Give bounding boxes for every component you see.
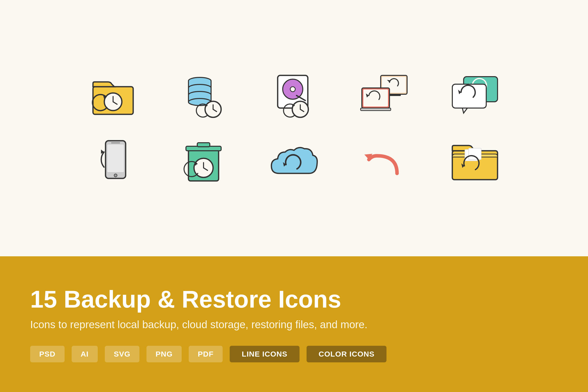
trash-backup-icon	[178, 136, 229, 186]
tags-row: PSD AI SVG PNG PDF LINE ICONS COLOR ICON…	[30, 346, 558, 362]
folder-restore-icon	[450, 136, 500, 186]
tag-svg[interactable]: SVG	[105, 346, 139, 362]
chat-restore-icon	[450, 70, 500, 121]
tag-color-icons[interactable]: COLOR ICONS	[307, 346, 387, 362]
tag-line-icons[interactable]: LINE ICONS	[230, 346, 300, 362]
svg-rect-47	[111, 142, 120, 143]
main-title: 15 Backup & Restore Icons	[30, 286, 558, 313]
svg-rect-51	[197, 143, 210, 147]
folder-backup-icon	[88, 70, 138, 121]
disk-backup-icon	[269, 70, 319, 121]
svg-rect-60	[469, 148, 481, 160]
svg-marker-42	[462, 108, 467, 113]
tag-psd[interactable]: PSD	[30, 346, 65, 362]
svg-rect-35	[363, 89, 388, 107]
svg-rect-37	[361, 108, 391, 111]
bottom-section: 15 Backup & Restore Icons Icons to repre…	[0, 256, 588, 392]
svg-point-46	[114, 174, 117, 177]
laptop-sync-icon	[359, 70, 410, 121]
icons-section	[0, 0, 588, 256]
tag-pdf[interactable]: PDF	[189, 346, 223, 362]
tag-png[interactable]: PNG	[146, 346, 182, 362]
database-backup-icon	[178, 70, 229, 121]
subtitle: Icons to represent local backup, cloud s…	[30, 319, 558, 331]
icon-row-2	[88, 136, 500, 186]
undo-icon	[359, 136, 410, 186]
icon-row-1	[88, 70, 500, 121]
cloud-restore-icon	[269, 136, 319, 186]
svg-point-24	[290, 87, 295, 92]
tag-ai[interactable]: AI	[72, 346, 98, 362]
svg-rect-45	[107, 144, 124, 172]
phone-restore-icon	[88, 136, 138, 186]
svg-rect-41	[452, 84, 486, 108]
